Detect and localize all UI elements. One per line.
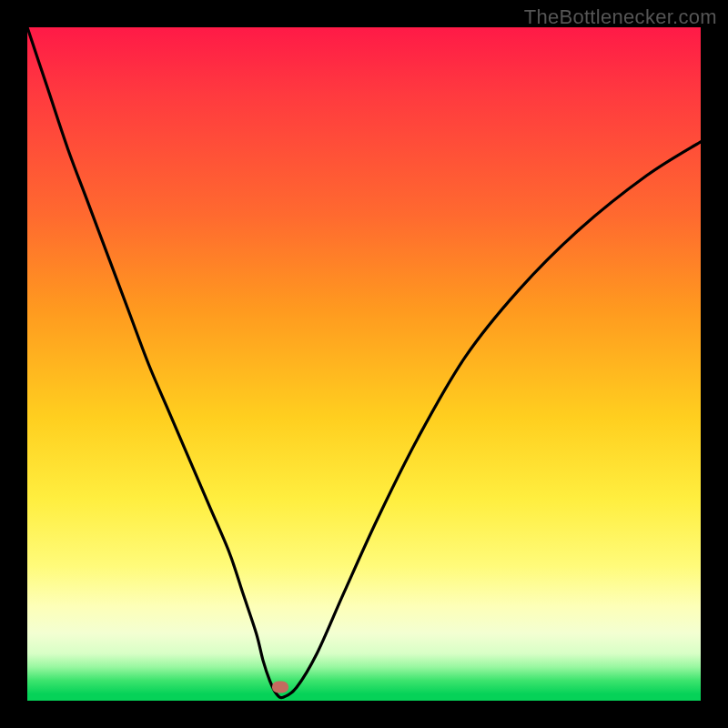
chart-wrapper: TheBottlenecker.com	[0, 0, 728, 728]
curve-svg	[27, 27, 701, 701]
plot-area	[27, 27, 701, 701]
curve-minimum-marker	[272, 682, 288, 693]
attribution-text: TheBottlenecker.com	[524, 5, 717, 29]
bottleneck-curve	[27, 27, 701, 698]
